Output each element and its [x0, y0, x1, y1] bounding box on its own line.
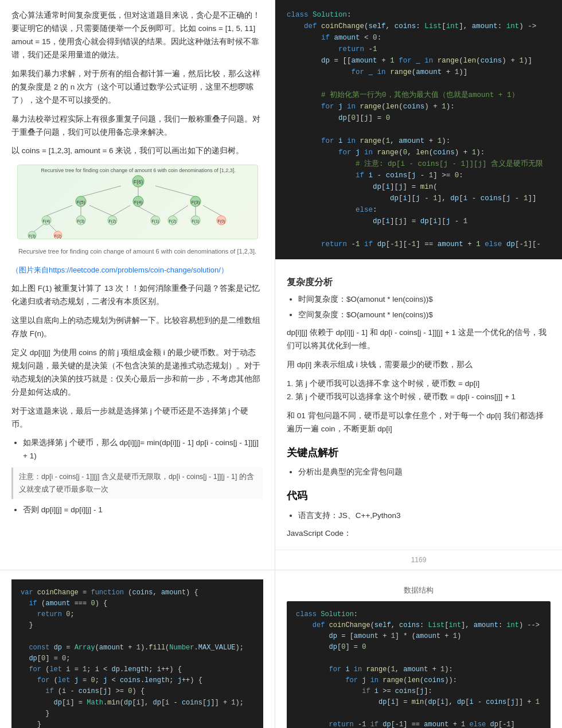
code-line-18: return -1 if dp[-1][-1] == amount + 1 el… — [287, 239, 551, 250]
tree-image-container: Recursive tree for finding coin change o… — [11, 165, 263, 257]
note-box: 注意：dp[i - coins[j - 1]][j] 含义是硬币无限取，dp[i… — [11, 468, 263, 499]
code-line-13: if i - coins[j - 1] >= 0: — [287, 170, 551, 181]
code-heading: 代码 — [287, 487, 551, 505]
para-1: 贪心算法通常时间复杂度更低，但对这道题目来说，贪心是不正确的！要证明它的错误，只… — [11, 9, 263, 62]
svg-text:F(2): F(2) — [169, 219, 176, 224]
code-line-blank-2 — [287, 124, 551, 135]
complexity-list: 时间复杂度：$O(amonut * len(coins))$ 空间复杂度：$O(… — [298, 293, 551, 322]
code-line-10: for i in range(1, amount + 1): — [287, 135, 551, 147]
dp-note2: 和 01 背包问题不同，硬币是可以拿任意个，对于每一个 dp[i] 我们都选择遍… — [287, 410, 551, 436]
js-code-block: var coinChange = function (coins, amount… — [11, 579, 263, 728]
code-line-blank-3 — [287, 227, 551, 239]
tree-caption: Recursive tree for finding coin change o… — [11, 246, 263, 257]
code-line-11: for j in range(0, len(coins) + 1): — [287, 147, 551, 158]
svg-text:F(4): F(4) — [42, 219, 50, 224]
code-line-1: class Solution: — [287, 9, 551, 21]
para-5: 如上图 F(1) 被重复计算了 13 次！！如何消除重叠子问题？答案是记忆化递归… — [11, 282, 263, 309]
page-container: 贪心算法通常时间复杂度更低，但对这道题目来说，贪心是不正确的！要证明它的错误，只… — [0, 0, 562, 728]
svg-text:F(6): F(6) — [133, 179, 143, 185]
code-line-16: else: — [287, 204, 551, 216]
key-item-1: 分析出是典型的完全背包问题 — [298, 466, 551, 479]
svg-line-21 — [112, 205, 130, 216]
dp-steps: 1. 第 j 个硬币我可以选择不拿 这个时候，硬币数 = dp[i] 2. 第 … — [287, 377, 551, 404]
svg-text:F(1): F(1) — [192, 219, 199, 224]
python-code-block: class Solution: def coinChange(self, coi… — [275, 0, 562, 259]
code-line-3: if amount < 0: — [287, 32, 551, 44]
time-complexity: 时间复杂度：$O(amonut * len(coins))$ — [298, 293, 551, 306]
page-number: 1169 — [275, 550, 562, 570]
code-line-17: dp[i][j] = dp[i][j - 1 — [287, 216, 551, 227]
svg-text:Recursive tree for finding coi: Recursive tree for finding coin change o… — [41, 168, 236, 173]
analysis-section: 复杂度分析 时间复杂度：$O(amonut * len(coins))$ 空间复… — [275, 259, 562, 550]
bullet-item-2: 否则 dp[i][j] = dp[i][j] - 1 — [23, 504, 263, 517]
para-6: 这里以自底向上的动态规划为例讲解一下。比较容易想到的是二维数组存放 F(n)。 — [11, 314, 263, 341]
ds-label: 数据结构 — [287, 579, 551, 601]
space-complexity: 空间复杂度：$O(amount * len(coins))$ — [298, 309, 551, 322]
tree-image: Recursive tree for finding coin change o… — [17, 165, 258, 239]
bullet-item-1: 如果选择第 j 个硬币，那么 dp[i][j]= min(dp[i][j - 1… — [23, 437, 263, 463]
lang-support-list: 语言支持：JS、C++,Python3 — [298, 509, 551, 523]
image-source-link[interactable]: （图片来自https://leetcode.com/problems/coin-… — [11, 264, 263, 277]
code-line-9: dp[0][j] = 0 — [287, 112, 551, 124]
svg-text:F(3): F(3) — [77, 219, 84, 224]
lang-support: 语言支持：JS、C++,Python3 — [298, 509, 551, 523]
code-line-14: dp[i][j] = min( — [287, 181, 551, 193]
code-line-4: return -1 — [287, 44, 551, 55]
para-4: 以 coins = [1,2,3], amount = 6 来说，我们可以画出如… — [11, 145, 263, 158]
bottom-section: var coinChange = function (coins, amount… — [0, 570, 562, 728]
dp-step-1: 1. 第 j 个硬币我可以选择不拿 这个时候，硬币数 = dp[i] — [287, 377, 551, 391]
para-2: 如果我们暴力求解，对于所有的组合都计算一遍，然后比较，那么这样的复杂度是 2 的… — [11, 68, 263, 107]
code-line-15: dp[i][j - 1], dp[i - coins[j - 1]] — [287, 193, 551, 204]
svg-line-12 — [46, 205, 72, 216]
top-section: 贪心算法通常时间复杂度更低，但对这道题目来说，贪心是不正确的！要证明它的错误，只… — [0, 0, 562, 570]
svg-text:F(0): F(0) — [217, 219, 225, 224]
svg-text:F(4): F(4) — [134, 200, 142, 205]
key-list: 分析出是典型的完全背包问题 — [298, 466, 551, 479]
complexity-heading: 复杂度分析 — [287, 274, 551, 290]
svg-text:F(3): F(3) — [191, 200, 200, 205]
code-line-8: for j in range(len(coins) + 1): — [287, 101, 551, 112]
svg-text:F(2): F(2) — [54, 234, 61, 239]
svg-line-27 — [203, 205, 221, 216]
bullet-list-1: 如果选择第 j 个硬币，那么 dp[i][j]= min(dp[i][j - 1… — [23, 437, 263, 463]
svg-text:F(1): F(1) — [151, 219, 159, 224]
bullet-list-2: 否则 dp[i][j] = dp[i][j] - 1 — [23, 504, 263, 517]
svg-text:F(5): F(5) — [76, 200, 85, 205]
right-column: class Solution: def coinChange(self, coi… — [275, 0, 562, 570]
para-8: 对于这道题来说，最后一步就是选择第 j 个硬币还是不选择第 j 个硬币。 — [11, 405, 263, 431]
svg-text:F(2): F(2) — [108, 219, 116, 224]
svg-line-14 — [89, 205, 112, 216]
bottom-left-panel: var coinChange = function (coins, amount… — [0, 570, 275, 728]
code-line-2: def coinChange(self, coins: List[int], a… — [287, 21, 551, 32]
js-label: JavaScript Code： — [287, 527, 551, 540]
code-panel: class Solution: def coinChange(self, coi… — [275, 0, 562, 259]
dp-def: 用 dp[i] 来表示组成 i 块钱，需要最少的硬币数，那么 — [287, 359, 551, 372]
para-3: 暴力法校举过程实际上有很多重复子问题，我们一般称重叠子问题。对于重叠子问题，我们… — [11, 113, 263, 139]
dp-note: dp[i][j] 依赖于 dp[i][j - 1] 和 dp[i - coins… — [287, 326, 551, 353]
svg-line-5 — [155, 186, 196, 197]
left-panel: 贪心算法通常时间复杂度更低，但对这道题目来说，贪心是不正确的！要证明它的错误，只… — [0, 0, 275, 570]
python-code-block-2: class Solution: def coinChange(self, coi… — [287, 601, 551, 728]
svg-line-22 — [138, 207, 155, 216]
svg-line-3 — [81, 186, 121, 197]
para-7: 定义 dp[i][j] 为使用 coins 的前 j 项组成金额 i 的最少硬币… — [11, 347, 263, 399]
key-heading: 关键点解析 — [287, 444, 551, 462]
dp-step-2: 2. 第 j 个硬币我可以选择拿 这个时候，硬币数 = dp[i - coins… — [287, 391, 551, 404]
code-line-12: # 注意: dp[i - coins[j - 1]][j] 含义是硬币无限 — [287, 158, 551, 170]
code-line-7: # 初始化第一行为0，其他为最大值（也就是amount + 1） — [287, 89, 551, 101]
bottom-right-panel: 数据结构 class Solution: def coinChange(self… — [275, 570, 562, 728]
code-line-blank-1 — [287, 78, 551, 89]
code-line-5: dp = [[amount + 1 for _ in range(len(coi… — [287, 55, 551, 67]
code-line-6: for _ in range(amount + 1)] — [287, 67, 551, 78]
svg-text:F(3): F(3) — [29, 234, 36, 239]
svg-line-25 — [173, 205, 188, 216]
